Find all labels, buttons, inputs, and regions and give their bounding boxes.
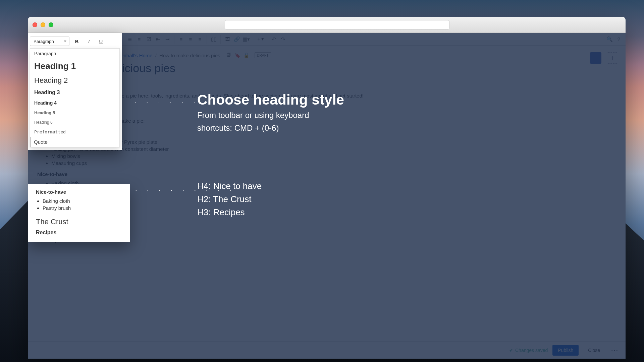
- style-option-h4[interactable]: Heading 4: [30, 98, 119, 108]
- number-list-button[interactable]: ≡: [135, 35, 144, 44]
- annotation-subtitle: shortcuts: CMD + (0-6): [197, 123, 344, 133]
- layout-button[interactable]: ▯▯: [209, 35, 218, 44]
- heading-crust-spot[interactable]: The Crust: [36, 218, 122, 226]
- undo-button[interactable]: ↶: [269, 35, 278, 44]
- annotation-heading-examples: H4: Nice to have H2: The Crust H3: Recip…: [197, 180, 262, 219]
- changes-saved-status: ✔ Changes saved: [509, 348, 548, 353]
- publish-button[interactable]: Publish: [552, 345, 579, 356]
- spotlight-style-dropdown: Paragraph B I U Paragraph Heading 1 Head…: [28, 33, 122, 150]
- list-item[interactable]: Rolling pin - or a wine bottle with cons…: [51, 146, 616, 152]
- style-option-quote[interactable]: Quote: [30, 137, 119, 147]
- minimize-window-button[interactable]: [41, 22, 45, 27]
- underline-button[interactable]: U: [96, 37, 106, 46]
- spotlight-headings-example: Nice-to-have Baking cloth Pastry brush T…: [28, 184, 130, 242]
- indent-button[interactable]: ⇥: [163, 35, 172, 44]
- heading-recipes-spot[interactable]: Recipes: [36, 230, 122, 236]
- close-window-button[interactable]: [33, 22, 37, 27]
- more-actions-button[interactable]: ⋯: [609, 346, 620, 355]
- window-titlebar: [28, 17, 626, 33]
- nice-list-spot[interactable]: Baking cloth Pastry brush: [43, 198, 122, 211]
- labels-icon[interactable]: 🔖: [234, 53, 240, 58]
- annotation-example: H4: Nice to have: [197, 180, 262, 193]
- editor-app: B I U A ¶▾ ≣ ≡ ☑ ⇤ ⇥ ≡ ≡ ≡ ▯▯ 🖼 🔗 ▦▾ ＋▾ …: [28, 33, 626, 359]
- traffic-lights: [33, 22, 53, 27]
- breadcrumb-item-current: How to make delicious pies: [159, 53, 220, 58]
- list-item[interactable]: Mixing bowls: [51, 153, 616, 159]
- heading-nice[interactable]: Nice-to-have: [37, 171, 616, 177]
- zoom-window-button[interactable]: [49, 22, 53, 27]
- table-button[interactable]: ▦▾: [241, 35, 251, 44]
- style-option-h1[interactable]: Heading 1: [30, 59, 119, 74]
- browser-window: B I U A ¶▾ ≣ ≡ ☑ ⇤ ⇥ ≡ ≡ ≡ ▯▯ 🖼 🔗 ▦▾ ＋▾ …: [28, 17, 626, 359]
- annotation-title: Choose heading style: [197, 92, 344, 108]
- paragraph-style-dropdown: Paragraph Heading 1 Heading 2 Heading 3 …: [30, 48, 120, 147]
- image-button[interactable]: 🖼: [223, 35, 232, 44]
- list-item[interactable]: Baking cloth: [51, 180, 616, 186]
- align-center-button[interactable]: ≡: [186, 35, 195, 44]
- annotation-subtitle: From toolbar or using keyboard: [197, 110, 344, 121]
- style-option-paragraph[interactable]: Paragraph: [30, 49, 119, 59]
- annotation-heading-style: Choose heading style From toolbar or usi…: [197, 92, 344, 134]
- paragraph-style-label: Paragraph: [34, 39, 54, 44]
- style-option-h5[interactable]: Heading 5: [30, 108, 119, 118]
- page-title[interactable]: How to make delicious pies: [37, 62, 616, 75]
- search-button[interactable]: 🔍: [605, 35, 614, 44]
- editor-footer: ✔ Changes saved Publish Close ⋯: [28, 341, 626, 359]
- bullet-list-button[interactable]: ≣: [125, 35, 135, 44]
- lock-icon[interactable]: 🔓: [244, 53, 249, 58]
- align-right-button[interactable]: ≡: [195, 35, 205, 44]
- list-item[interactable]: Measuring cups: [51, 160, 616, 166]
- address-bar[interactable]: [225, 20, 449, 29]
- style-option-preformatted[interactable]: Preformatted: [30, 127, 119, 137]
- italic-button[interactable]: I: [84, 37, 94, 46]
- link-button[interactable]: 🔗: [232, 35, 241, 44]
- annotation-example: H2: The Crust: [197, 193, 262, 206]
- align-left-button[interactable]: ≡: [176, 35, 186, 44]
- list-item[interactable]: Pastry brush: [43, 205, 122, 211]
- redo-button[interactable]: ↷: [278, 35, 288, 44]
- style-option-h2[interactable]: Heading 2: [30, 74, 119, 87]
- draft-badge: DRAFT: [255, 52, 271, 58]
- list-item[interactable]: Baking cloth: [43, 198, 122, 204]
- annotation-example: H3: Recipes: [197, 206, 262, 219]
- task-list-button[interactable]: ☑: [144, 35, 153, 44]
- heading-guide[interactable]: A comprehensive guide: [37, 79, 616, 88]
- check-icon: ✔: [509, 348, 513, 353]
- restrictions-icon[interactable]: 🗐: [226, 53, 231, 58]
- style-option-h6[interactable]: Heading 6: [30, 118, 119, 127]
- heading-nice-spot[interactable]: Nice-to-have: [36, 189, 122, 195]
- style-option-h3[interactable]: Heading 3: [30, 87, 119, 98]
- close-button[interactable]: Close: [583, 345, 605, 356]
- paragraph-style-select[interactable]: Paragraph: [30, 37, 69, 46]
- required-list[interactable]: Pie plate - I suggest 9" diameter Pyrex …: [51, 139, 616, 166]
- outdent-button[interactable]: ⇤: [153, 35, 163, 44]
- breadcrumb: John Wetenhall / Pages / John Wetenhall'…: [37, 52, 616, 58]
- list-item[interactable]: Pie plate - I suggest 9" diameter Pyrex …: [51, 139, 616, 145]
- insert-button[interactable]: ＋▾: [255, 35, 265, 44]
- bold-button[interactable]: B: [72, 37, 82, 46]
- help-button[interactable]: ?: [614, 35, 624, 44]
